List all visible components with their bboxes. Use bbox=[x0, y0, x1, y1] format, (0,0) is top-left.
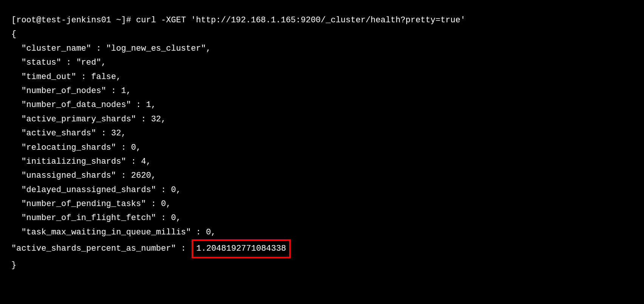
json-field-task-max-waiting: "task_max_waiting_in_queue_millis" : 0, bbox=[11, 225, 633, 239]
json-field-relocating-shards: "relocating_shards" : 0, bbox=[11, 141, 633, 155]
json-field-initializing-shards: "initializing_shards" : 4, bbox=[11, 155, 633, 169]
shell-prompt: [root@test-jenkins01 ~]# bbox=[11, 16, 136, 25]
json-field-active-shards: "active_shards" : 32, bbox=[11, 126, 633, 140]
command-line: [root@test-jenkins01 ~]# curl -XGET 'htt… bbox=[11, 13, 633, 27]
json-field-active-primary-shards: "active_primary_shards" : 32, bbox=[11, 112, 633, 126]
json-field-active-shards-percent: "active_shards_percent_as_number" : 1.20… bbox=[11, 239, 633, 258]
json-field-timed-out: "timed_out" : false, bbox=[11, 70, 633, 84]
json-field-unassigned-shards: "unassigned_shards" : 2620, bbox=[11, 169, 633, 183]
json-field-delayed-unassigned-shards: "delayed_unassigned_shards" : 0, bbox=[11, 183, 633, 197]
json-field-number-of-pending-tasks: "number_of_pending_tasks" : 0, bbox=[11, 197, 633, 211]
json-field-cluster-name: "cluster_name" : "log_new_es_cluster", bbox=[11, 42, 633, 56]
json-field-number-of-nodes: "number_of_nodes" : 1, bbox=[11, 84, 633, 98]
json-close-brace: } bbox=[11, 258, 633, 272]
command-text: curl -XGET 'http://192.168.1.165:9200/_c… bbox=[136, 16, 465, 25]
json-open-brace: { bbox=[11, 27, 633, 41]
json-field-status: "status" : "red", bbox=[11, 56, 633, 70]
highlighted-value: 1.2048192771084338 bbox=[192, 239, 291, 258]
json-field-number-of-in-flight-fetch: "number_of_in_flight_fetch" : 0, bbox=[11, 211, 633, 225]
json-field-number-of-data-nodes: "number_of_data_nodes" : 1, bbox=[11, 98, 633, 112]
terminal-output: [root@test-jenkins01 ~]# curl -XGET 'htt… bbox=[11, 13, 633, 272]
active-shards-percent-label: "active_shards_percent_as_number" : bbox=[11, 244, 191, 253]
